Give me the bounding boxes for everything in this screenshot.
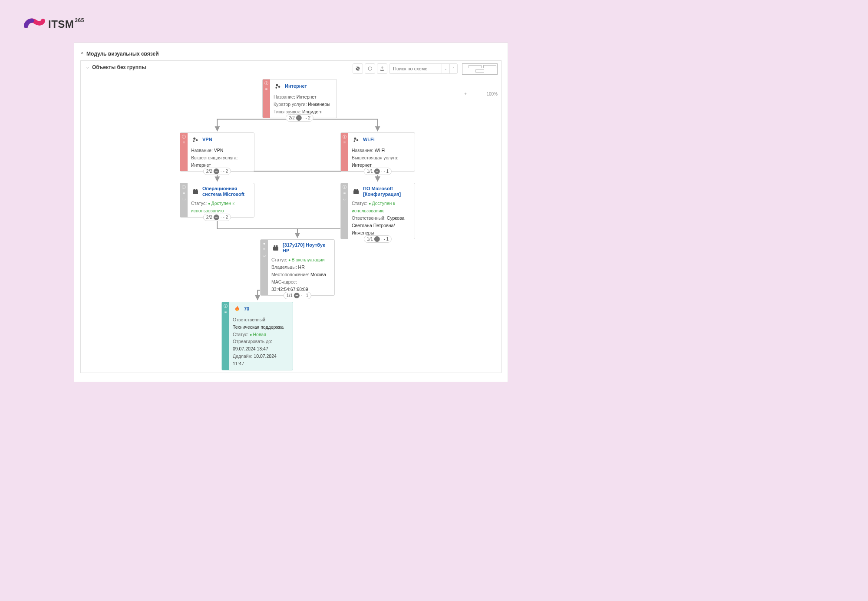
list-icon: ≡ [343, 140, 346, 145]
node-vpn[interactable]: ⓘ ≡ VPN Название: VPN Вышестоящая услуга… [180, 132, 254, 172]
fv: HR [298, 264, 305, 270]
node-title: [317у170] Ноутбук HP [283, 242, 330, 254]
refresh-button[interactable] [365, 63, 375, 74]
logo-mark-icon [24, 17, 45, 32]
user-icon: ◡ [263, 253, 266, 257]
svg-point-0 [276, 84, 278, 86]
export-button[interactable] [377, 63, 387, 74]
fv: Инцидент [302, 109, 323, 114]
svg-point-4 [196, 139, 198, 142]
node-title: Wi-Fi [363, 137, 375, 142]
bell-icon: ● [263, 241, 265, 246]
info-icon: ⓘ [264, 81, 268, 86]
svg-point-1 [278, 86, 281, 88]
logo-text-main: ITSM [48, 18, 74, 30]
svg-point-7 [356, 139, 359, 142]
svg-point-2 [275, 87, 277, 89]
fv: Интернет [352, 162, 372, 168]
panel-header[interactable]: ⌃ Модуль визуальных связей [80, 49, 502, 60]
node-wifi[interactable]: ⓘ ≡ Wi-Fi Название: Wi-Fi Вышестоящая ус… [340, 132, 415, 172]
collapse-icon: − [214, 215, 219, 220]
svg-rect-12 [353, 190, 359, 194]
list-icon: ≡ [183, 191, 185, 195]
svg-rect-14 [356, 189, 358, 190]
node-counter[interactable]: 2/2 − · - 2 [203, 214, 231, 221]
collapse-icon: − [374, 168, 380, 174]
fl: Куратор услуги [274, 102, 305, 107]
info-icon: ⓘ [224, 304, 228, 308]
service-icon [191, 135, 200, 144]
canvas: ⌄ Объекты без группы ⌄ ⌃ [80, 60, 502, 373]
count-main: 2/2 [289, 116, 295, 120]
node-internet[interactable]: ⓘ ≡ Интернет Название: Интернет Куратор … [262, 79, 337, 118]
count-side: - 1 [384, 237, 389, 241]
node-laptop[interactable]: ● ≡ ◡ [317у170] Ноутбук HP Статус: ●В эк… [260, 239, 335, 296]
node-counter[interactable]: 2/2 − · - 2 [286, 114, 314, 122]
fv: Новая [253, 332, 266, 337]
count-side: - 2 [223, 215, 228, 220]
user-icon: ◡ [343, 196, 347, 201]
info-icon: ⓘ [343, 135, 347, 139]
info-icon: ⓘ [182, 185, 186, 189]
fl: Статус [271, 257, 286, 262]
fl: Вышестоящая услуга [352, 155, 397, 160]
fl: Название [191, 148, 211, 153]
panel: ⌃ Модуль визуальных связей ⌄ Объекты без… [74, 43, 508, 382]
fv: Wi-Fi [375, 148, 386, 153]
fl: Местоположение [271, 272, 308, 277]
list-icon: ≡ [265, 87, 267, 91]
count-main: 1/1 [367, 169, 373, 174]
search-box: ⌄ ⌃ [389, 63, 458, 74]
count-main: 2/2 [206, 169, 212, 174]
fl: MAC-адрес [271, 279, 296, 284]
node-counter[interactable]: 2/2 − · - 2 [203, 168, 231, 175]
node-counter[interactable]: 1/1 − · - 1 [284, 292, 311, 299]
svg-point-5 [193, 140, 195, 142]
node-tab: ● ≡ ◡ [261, 240, 268, 295]
node-ticket[interactable]: ⓘ ≡ 70 Ответственный: Техническая поддер… [221, 302, 293, 370]
sub-header[interactable]: ⌄ Объекты без группы [86, 64, 146, 70]
fl: Статус [352, 201, 366, 206]
node-title: VPN [202, 137, 212, 142]
count-side: - 2 [223, 169, 228, 174]
node-counter[interactable]: 1/1 − · - 1 [364, 168, 392, 175]
fl: Владельцы [271, 264, 296, 270]
node-sw[interactable]: ⓘ ≡ ◡ ПО Microsoft [Конфигурация] Статус… [340, 183, 415, 239]
svg-rect-9 [193, 190, 198, 194]
node-tab: ⓘ ≡ [263, 79, 270, 118]
node-title: Интернет [285, 83, 307, 89]
logo-text-sup: 365 [75, 17, 84, 23]
toolbar: ⌄ ⌃ [353, 63, 458, 74]
filter-button[interactable] [353, 63, 363, 74]
count-side: - 1 [384, 169, 389, 174]
search-prev-button[interactable]: ⌄ [442, 64, 449, 73]
node-os[interactable]: ⓘ ≡ ◡ Операционная система Microsoft Ста… [180, 183, 254, 218]
count-main: 2/2 [206, 215, 212, 220]
node-title: 70 [244, 306, 249, 312]
fl: Ответственный [352, 215, 384, 221]
search-input[interactable] [389, 64, 442, 73]
collapse-icon: − [294, 293, 300, 298]
fv: 09.07.2024 13:47 [233, 346, 268, 351]
svg-rect-10 [194, 189, 195, 190]
count-main: 1/1 [287, 293, 293, 298]
fv: Москва [310, 272, 326, 277]
list-icon: ≡ [343, 191, 346, 195]
fl: Ответственный [233, 317, 265, 322]
node-title: ПО Microsoft [Конфигурация] [363, 186, 410, 197]
node-counter[interactable]: 1/1 − · - 1 [364, 235, 392, 243]
svg-rect-16 [274, 245, 276, 247]
svg-rect-15 [273, 247, 278, 251]
fv: VPN [214, 148, 224, 153]
node-title: Операционная система Microsoft [202, 186, 250, 197]
chevron-down-icon: ⌃ [80, 52, 84, 56]
svg-rect-13 [354, 189, 356, 190]
chevron-icon: ⌄ [86, 66, 89, 69]
fl: Отреагировать до [233, 339, 271, 344]
node-tab: ⓘ ≡ ◡ [341, 183, 348, 239]
node-tab: ⓘ ≡ [180, 133, 188, 171]
search-next-button[interactable]: ⌃ [449, 64, 457, 73]
fl: Название [274, 94, 294, 99]
fv: Интернет [297, 94, 317, 99]
fl: Название [352, 148, 372, 153]
